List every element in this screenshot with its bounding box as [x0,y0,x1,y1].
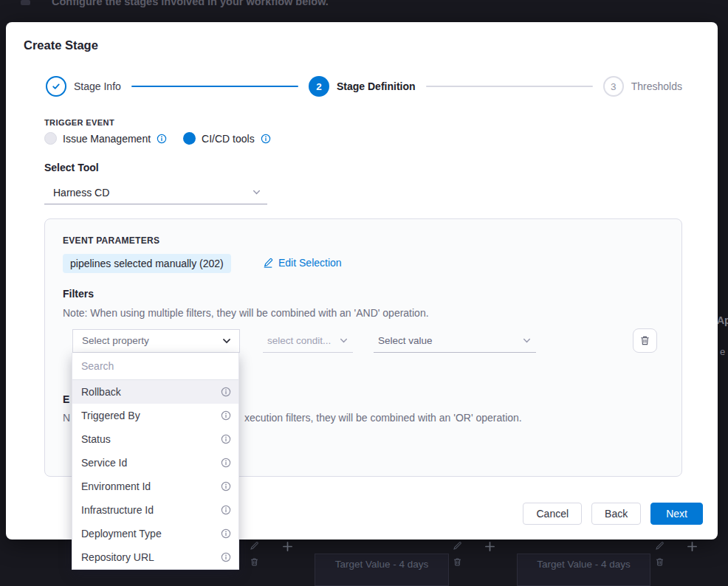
background-heading: Configure the stages involved in your wo… [52,0,329,7]
info-icon[interactable] [221,387,231,397]
tool-select-value: Harness CD [44,187,252,199]
stepper-connector [426,86,593,87]
dropdown-search [72,353,238,380]
step-stage-definition[interactable]: 2 Stage Definition [309,76,416,97]
radio-label: CI/CD tools [202,133,255,145]
step-number: 2 [309,76,329,97]
trash-icon [453,557,462,567]
dropdown-option[interactable]: Infrastructure Id [72,498,238,522]
cancel-button[interactable]: Cancel [523,503,582,525]
dropdown-option-label: Rollback [81,386,121,398]
step-thresholds[interactable]: 3 Thresholds [603,76,682,97]
event-parameters-heading: EVENT PARAMETERS [63,235,159,246]
background-icon-stack [655,541,665,567]
dropdown-option-label: Status [81,433,111,445]
info-icon[interactable] [221,552,231,562]
condition-select[interactable]: select condit... [263,329,353,353]
modal-footer: Cancel Back Next [523,503,703,525]
step-label: Stage Definition [337,80,416,92]
add-icon [282,541,293,555]
add-icon [687,541,698,555]
info-icon[interactable] [157,134,167,144]
background-text-fragment: Ap [717,314,728,326]
table-cell-target-value: Target Value - 4 days [517,554,650,586]
condition-select-placeholder: select condit... [263,335,339,346]
execution-note-partial-end: xecution filters, they will be combined … [244,412,522,424]
background-text-fragment: e [720,346,725,357]
dropdown-option-label: Infrastructure Id [81,504,154,516]
check-icon [51,81,61,92]
edit-icon [655,541,665,551]
dropdown-search-input[interactable] [72,353,238,379]
execution-note-partial-start: N [63,412,70,424]
dropdown-option-label: Service Id [81,457,127,469]
value-select[interactable]: Select value [374,329,536,353]
dropdown-option-label: Repository URL [81,551,154,563]
info-icon[interactable] [261,134,271,144]
property-select[interactable]: Select property [72,329,240,353]
info-icon[interactable] [221,528,231,539]
back-button[interactable]: Back [591,503,641,525]
step-stage-info[interactable]: Stage Info [46,76,121,97]
screen: Configure the stages involved in your wo… [0,0,728,586]
info-icon[interactable] [221,458,231,468]
tool-select[interactable]: Harness CD [44,181,267,204]
next-button[interactable]: Next [650,503,703,525]
background-icon-stack [250,541,260,567]
filter-row: Select property select condit... Select … [72,328,657,353]
edit-pencil-icon [263,258,273,268]
trash-icon [250,557,259,567]
chevron-down-icon [339,336,348,345]
radio-cicd-tools[interactable]: CI/CD tools [183,132,271,145]
filters-heading: Filters [63,288,94,300]
add-icon [484,541,495,555]
select-tool-label: Select Tool [44,162,99,173]
edit-selection-label: Edit Selection [278,257,342,269]
trash-icon [639,335,650,346]
trigger-event-options: Issue Management CI/CD tools [44,132,271,145]
dropdown-option[interactable]: Service Id [72,451,238,475]
step-label: Stage Info [74,80,121,92]
chevron-down-icon [522,336,532,345]
info-icon[interactable] [221,481,231,492]
create-stage-modal: Create Stage Stage Info 2 Stage Definiti… [6,22,718,540]
delete-filter-button[interactable] [633,328,657,353]
info-icon[interactable] [221,505,231,515]
edit-icon [453,541,462,551]
dropdown-option[interactable]: Environment Id [72,475,238,498]
dropdown-option[interactable]: Status [72,427,238,451]
radio-label: Issue Management [63,133,151,145]
stepper-connector [131,86,298,87]
background-element [21,0,30,5]
dropdown-option-label: Environment Id [81,480,151,492]
radio-circle [183,132,196,145]
value-select-placeholder: Select value [374,335,522,346]
dropdown-option[interactable]: Deployment Type [72,522,238,545]
modal-title: Create Stage [24,38,98,52]
filters-note: Note: When using multiple filters, they … [63,307,429,319]
property-dropdown-menu: Rollback Triggered By Status Service Id … [72,353,239,570]
edit-icon [250,541,259,551]
stepper: Stage Info 2 Stage Definition 3 Threshol… [46,75,682,97]
dropdown-option[interactable]: Rollback [72,380,238,404]
dropdown-option-label: Deployment Type [81,528,162,540]
property-select-placeholder: Select property [73,335,222,346]
dropdown-option[interactable]: Triggered By [72,404,238,427]
info-icon[interactable] [221,410,231,421]
chevron-down-icon [222,336,232,346]
info-icon[interactable] [221,434,231,444]
selection-badge: pipelines selected manually (202) [63,254,231,273]
radio-issue-management[interactable]: Issue Management [44,132,167,145]
table-cell-target-value: Target Value - 4 days [315,554,449,586]
dropdown-option-label: Triggered By [81,410,140,421]
trash-icon [655,557,665,567]
chevron-down-icon [252,187,261,197]
edit-selection-link[interactable]: Edit Selection [263,257,342,269]
step-complete-circle [46,76,66,97]
dropdown-option[interactable]: Repository URL [72,545,238,569]
execution-filters-heading-partial: E [63,393,69,405]
step-label: Thresholds [631,80,682,92]
trigger-event-label: TRIGGER EVENT [44,118,114,127]
background-icon-stack [453,541,463,567]
step-number: 3 [603,76,624,97]
